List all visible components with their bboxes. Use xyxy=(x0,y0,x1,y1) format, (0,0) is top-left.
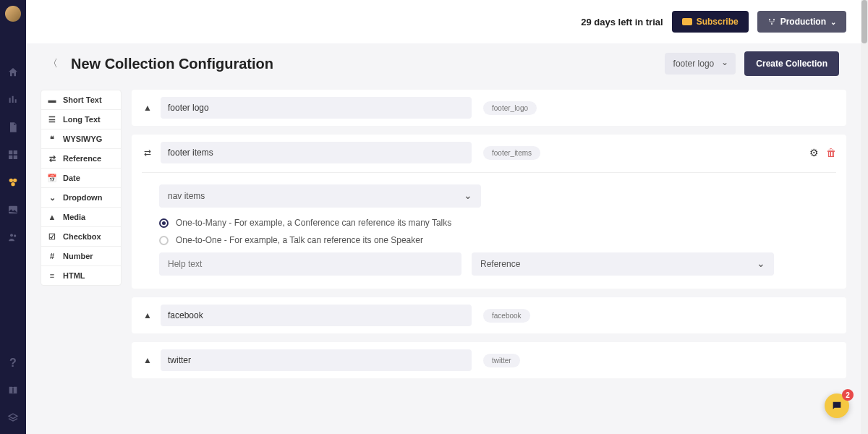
field-card: ▲ footer_logo xyxy=(132,90,846,126)
environment-switcher[interactable]: Production ⌄ xyxy=(757,11,846,33)
scrollbar-thumb[interactable] xyxy=(861,0,867,43)
svg-point-7 xyxy=(773,19,775,20)
nav-team-icon[interactable] xyxy=(7,231,19,243)
field-type-palette: ▬Short Text ☰Long Text ❝WYSIWYG ⇄Referen… xyxy=(41,90,122,286)
field-type-checkbox[interactable]: ☑Checkbox xyxy=(41,227,121,247)
svg-point-4 xyxy=(10,234,13,237)
svg-point-0 xyxy=(9,179,13,182)
trial-remaining-text: 29 days left in trial xyxy=(581,17,663,27)
field-name-input[interactable] xyxy=(161,349,472,371)
field-delete-button[interactable]: 🗑 xyxy=(826,147,836,158)
environment-label: Production xyxy=(780,17,826,27)
display-field-value: footer logo xyxy=(673,59,715,69)
field-type-number[interactable]: #Number xyxy=(41,247,121,266)
media-icon: ▲ xyxy=(142,102,153,114)
left-nav-rail: ? xyxy=(0,0,26,434)
svg-point-6 xyxy=(769,19,770,20)
content-area: ▬Short Text ☰Long Text ❝WYSIWYG ⇄Referen… xyxy=(26,84,861,434)
field-type-dropdown[interactable]: ⌄Dropdown xyxy=(41,188,121,208)
short-text-icon: ▬ xyxy=(47,95,57,105)
svg-point-5 xyxy=(14,234,16,237)
create-collection-button[interactable]: Create Collection xyxy=(744,51,839,76)
reference-collection-select[interactable]: nav items xyxy=(159,184,481,208)
field-type-reference[interactable]: ⇄Reference xyxy=(41,149,121,169)
date-icon: 📅 xyxy=(47,173,57,183)
svg-point-1 xyxy=(13,179,17,182)
relation-option-one-to-one[interactable]: One-to-One - For example, a Talk can ref… xyxy=(159,235,836,245)
chat-notification-badge: 2 xyxy=(842,389,854,401)
nav-analytics-icon[interactable] xyxy=(7,94,19,106)
chevron-down-icon: ⌄ xyxy=(830,18,836,26)
field-type-value: Reference xyxy=(480,259,520,269)
credit-card-icon xyxy=(682,18,692,25)
long-text-icon: ☰ xyxy=(47,114,57,124)
reference-icon: ⇄ xyxy=(47,153,57,163)
field-slug-chip: twitter xyxy=(483,354,520,367)
field-card: ▲ twitter xyxy=(132,342,846,378)
field-card: ▲ facebook xyxy=(132,297,846,333)
svg-point-2 xyxy=(11,182,14,186)
svg-point-8 xyxy=(771,23,773,25)
media-icon: ▲ xyxy=(142,310,153,321)
field-slug-chip: facebook xyxy=(483,309,530,323)
field-card-expanded: ⇄ footer_items ⚙ 🗑 nav items One-to-Many… xyxy=(132,135,846,289)
relation-option-one-to-many[interactable]: One-to-Many - For example, a Conference … xyxy=(159,218,836,228)
checkbox-icon: ☑ xyxy=(47,231,57,242)
field-type-select[interactable]: Reference xyxy=(472,252,774,276)
page-header: 〈 New Collection Configuration footer lo… xyxy=(26,43,861,84)
field-name-input[interactable] xyxy=(161,97,472,119)
nav-collections-icon[interactable] xyxy=(7,176,19,188)
environment-icon xyxy=(767,17,776,26)
field-settings-button[interactable]: ⚙ xyxy=(809,147,819,158)
subscribe-label: Subscribe xyxy=(697,17,739,27)
field-type-short-text[interactable]: ▬Short Text xyxy=(41,90,121,110)
display-field-select[interactable]: footer logo xyxy=(665,53,736,75)
field-name-input[interactable] xyxy=(161,142,472,163)
field-type-long-text[interactable]: ☰Long Text xyxy=(41,110,121,129)
nav-media-icon[interactable] xyxy=(7,204,19,216)
field-config-panel: nav items One-to-Many - For example, a C… xyxy=(142,172,836,281)
subscribe-button[interactable]: Subscribe xyxy=(672,11,749,33)
field-type-html[interactable]: ≡HTML xyxy=(41,266,121,285)
fields-list: ▲ footer_logo ⇄ footer_items ⚙ 🗑 nav ite… xyxy=(132,90,846,420)
html-icon: ≡ xyxy=(47,271,57,281)
reference-icon: ⇄ xyxy=(142,147,153,158)
dropdown-icon: ⌄ xyxy=(47,192,57,203)
media-icon: ▲ xyxy=(142,354,153,366)
scrollbar-track[interactable] xyxy=(861,0,868,434)
field-name-input[interactable] xyxy=(161,305,472,326)
nav-layers-icon[interactable] xyxy=(7,412,19,424)
back-button[interactable]: 〈 xyxy=(48,57,58,70)
nav-docs-icon[interactable] xyxy=(7,385,19,396)
nav-home-icon[interactable] xyxy=(7,67,19,78)
reference-collection-value: nav items xyxy=(168,191,205,201)
radio-unselected-icon xyxy=(159,236,169,245)
field-type-date[interactable]: 📅Date xyxy=(41,169,121,188)
field-slug-chip: footer_items xyxy=(483,146,540,160)
number-icon: # xyxy=(47,251,57,261)
topbar: 29 days left in trial Subscribe Producti… xyxy=(26,0,861,43)
wysiwyg-icon: ❝ xyxy=(47,134,57,144)
media-icon: ▲ xyxy=(47,212,57,222)
field-slug-chip: footer_logo xyxy=(483,101,537,115)
nav-grid-icon[interactable] xyxy=(7,149,19,161)
nav-help-icon[interactable]: ? xyxy=(7,357,19,369)
field-type-wysiwyg[interactable]: ❝WYSIWYG xyxy=(41,129,121,149)
field-type-media[interactable]: ▲Media xyxy=(41,208,121,227)
chat-icon xyxy=(831,400,843,412)
page-title: New Collection Configuration xyxy=(71,56,273,72)
nav-document-icon[interactable] xyxy=(7,122,19,133)
workspace-avatar[interactable] xyxy=(5,6,21,22)
radio-selected-icon xyxy=(159,218,169,228)
help-text-input[interactable] xyxy=(159,252,461,276)
